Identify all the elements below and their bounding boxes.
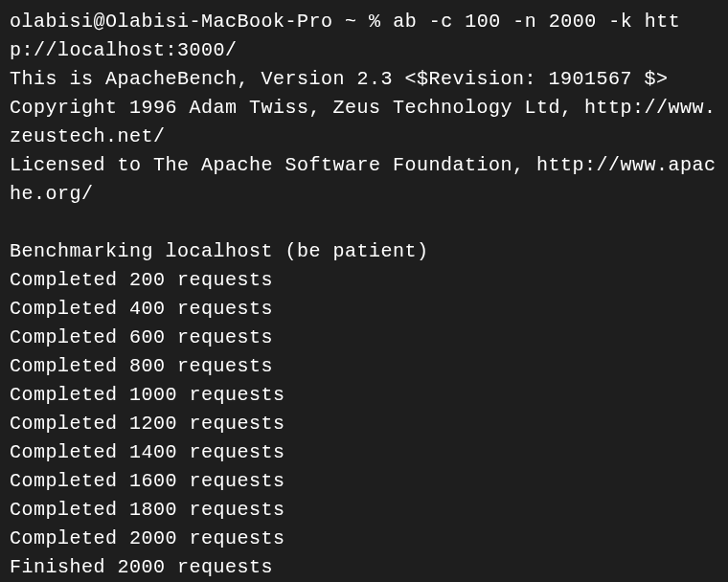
progress-line: Completed 400 requests xyxy=(10,295,718,324)
progress-line: Completed 1600 requests xyxy=(10,467,718,496)
prompt-user-host: olabisi@Olabisi-MacBook-Pro xyxy=(10,11,333,33)
progress-line: Completed 600 requests xyxy=(10,324,718,352)
progress-line: Completed 800 requests xyxy=(10,352,718,381)
progress-line: Completed 1400 requests xyxy=(10,438,718,467)
prompt-path: ~ xyxy=(345,11,357,33)
blank-line xyxy=(10,209,718,237)
output-header-3: Licensed to The Apache Software Foundati… xyxy=(10,151,718,209)
output-header-1: This is ApacheBench, Version 2.3 <$Revis… xyxy=(10,65,718,94)
benchmark-intro: Benchmarking localhost (be patient) xyxy=(10,237,718,266)
terminal-prompt-line[interactable]: olabisi@Olabisi-MacBook-Pro ~ % ab -c 10… xyxy=(10,8,718,65)
progress-line: Completed 1000 requests xyxy=(10,381,718,410)
output-header-2: Copyright 1996 Adam Twiss, Zeus Technolo… xyxy=(10,94,718,151)
progress-line: Completed 2000 requests xyxy=(10,525,718,553)
progress-line: Completed 1800 requests xyxy=(10,496,718,525)
progress-line: Completed 1200 requests xyxy=(10,410,718,438)
progress-line: Completed 200 requests xyxy=(10,266,718,295)
finished-line: Finished 2000 requests xyxy=(10,553,718,582)
prompt-symbol: % xyxy=(369,11,381,33)
